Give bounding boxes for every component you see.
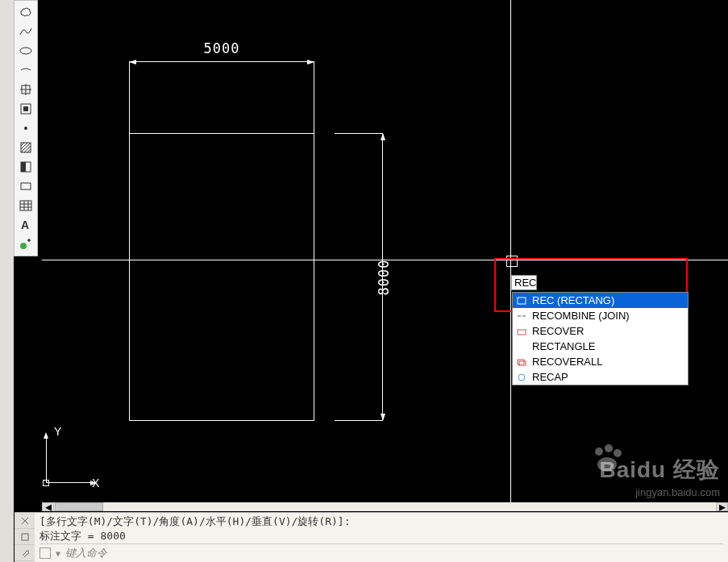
recap-icon: [516, 372, 527, 383]
app-left-edge: [0, 0, 14, 562]
svg-rect-9: [20, 201, 31, 210]
svg-rect-3: [23, 106, 28, 111]
autocomplete-label: RECTANGLE: [532, 340, 596, 352]
command-input-row[interactable]: ▼ 键入命令: [40, 543, 723, 560]
autocomplete-item-rectang[interactable]: REC (RECTANG): [513, 293, 688, 308]
left-toolbar: A: [14, 0, 38, 256]
panel-wrench-button[interactable]: [15, 545, 35, 561]
blank-icon: [516, 341, 527, 352]
tool-point[interactable]: [15, 119, 36, 137]
svg-rect-12: [518, 298, 526, 304]
tool-make-block[interactable]: [15, 100, 36, 118]
autocomplete-list: REC (RECTANG) RECOMBINE (JOIN) RECOVER R…: [512, 292, 688, 385]
watermark-brand: Baidu 经验: [599, 455, 720, 485]
svg-rect-14: [518, 360, 524, 364]
svg-rect-8: [21, 183, 31, 189]
svg-point-18: [605, 444, 613, 452]
close-panel-button[interactable]: [15, 513, 35, 529]
tool-region[interactable]: [15, 177, 36, 195]
command-history-line: [多行文字(M)/文字(T)/角度(A)/水平(H)/垂直(V)/旋转(R)]:: [40, 514, 723, 529]
tool-ellipse[interactable]: [15, 42, 36, 60]
drawing-canvas[interactable]: 5000 8000 Y X REC REC (RECTANG) RECOMBIN…: [42, 0, 728, 503]
dimension-horizontal[interactable]: 5000: [129, 22, 314, 62]
ucs-y-label: Y: [54, 425, 61, 438]
command-history-line: 标注文字 = 8000: [40, 529, 723, 543]
command-placeholder: 键入命令: [65, 546, 107, 560]
tool-spline[interactable]: [15, 23, 36, 40]
dynamic-input[interactable]: REC: [511, 275, 537, 290]
tool-insert-block[interactable]: [15, 81, 36, 98]
rectangle-icon: [516, 295, 527, 306]
drawing-rectangle[interactable]: [129, 133, 314, 421]
tool-gradient[interactable]: [15, 158, 36, 176]
scroll-thumb[interactable]: [55, 502, 103, 511]
scroll-left-button[interactable]: ◂: [42, 502, 54, 511]
autocomplete-item-recover[interactable]: RECOVER: [513, 323, 688, 339]
autocomplete-item-rectangle[interactable]: RECTANGLE: [513, 339, 688, 354]
autocomplete-item-recoverall[interactable]: RECOVERALL: [513, 354, 688, 369]
svg-point-4: [24, 127, 27, 130]
recover-icon: [516, 326, 527, 337]
panel-options-button[interactable]: [15, 529, 35, 545]
command-panel-tools: [15, 513, 35, 562]
svg-rect-15: [519, 361, 526, 366]
tool-hatch[interactable]: [15, 139, 36, 156]
tool-ellipse-arc[interactable]: [15, 61, 36, 79]
svg-text:A: A: [21, 219, 29, 231]
svg-point-11: [20, 243, 27, 249]
svg-rect-13: [518, 330, 526, 335]
command-history: [多行文字(M)/文字(T)/角度(A)/水平(H)/垂直(V)/旋转(R)]:…: [35, 513, 728, 562]
svg-point-16: [518, 374, 525, 381]
command-panel: [多行文字(M)/文字(T)/角度(A)/水平(H)/垂直(V)/旋转(R)]:…: [15, 512, 728, 562]
tool-revision-cloud[interactable]: [15, 3, 36, 21]
tool-table[interactable]: [15, 197, 36, 214]
svg-point-0: [20, 48, 31, 54]
ucs-icon: Y X: [42, 427, 106, 491]
autocomplete-label: RECOVER: [532, 325, 584, 337]
dimension-width-value: 5000: [204, 40, 240, 56]
crosshair-vertical: [510, 0, 511, 503]
command-prompt-icon: [40, 547, 51, 559]
autocomplete-item-recap[interactable]: RECAP: [513, 369, 688, 385]
svg-rect-21: [22, 534, 28, 540]
ucs-x-label: X: [92, 477, 99, 489]
autocomplete-label: RECOMBINE (JOIN): [532, 310, 630, 322]
join-icon: [516, 310, 527, 322]
watermark-url: jingyan.baidu.com: [635, 486, 720, 498]
svg-rect-7: [21, 162, 26, 172]
autocomplete-label: RECAP: [532, 371, 568, 383]
autocomplete-label: REC (RECTANG): [532, 294, 614, 306]
dimension-vertical[interactable]: 8000: [335, 133, 383, 421]
recoverall-icon: [516, 356, 527, 368]
horizontal-scrollbar[interactable]: ◂ ▸: [42, 502, 728, 511]
dimension-height-value: 8000: [376, 259, 393, 295]
tool-addselected[interactable]: [15, 235, 36, 253]
scroll-right-button[interactable]: ▸: [716, 502, 728, 511]
autocomplete-label: RECOVERALL: [532, 356, 602, 368]
tool-mtext[interactable]: A: [15, 216, 36, 234]
autocomplete-item-recombine[interactable]: RECOMBINE (JOIN): [513, 308, 688, 323]
